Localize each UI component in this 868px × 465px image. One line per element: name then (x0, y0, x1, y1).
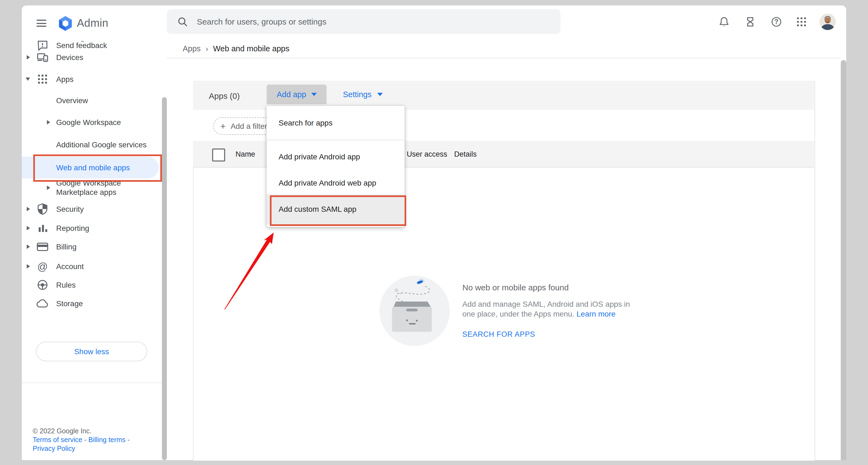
privacy-policy-link[interactable]: Privacy Policy (33, 445, 75, 453)
sidebar-item-label: Google Workspace (56, 118, 121, 127)
expand-right-icon[interactable] (27, 244, 30, 249)
add-filter-button[interactable]: + Add a filter (213, 117, 274, 135)
settings-label: Settings (343, 90, 372, 99)
sidebar-divider (22, 383, 167, 383)
add-app-dropdown-menu: Search for apps Add private Android app … (267, 106, 405, 227)
footer-links-line2: Privacy Policy (33, 445, 75, 453)
sidebar-nav: Devices Apps Overview Google Works (22, 36, 167, 460)
sidebar-item-account[interactable]: @ Account (22, 257, 167, 275)
settings-button[interactable]: Settings (340, 85, 386, 104)
copyright-text: © 2022 Google Inc. (33, 427, 92, 435)
at-sign-icon: @ (36, 260, 49, 272)
google-admin-logo (57, 15, 73, 32)
sidebar-item-overview[interactable]: Overview (22, 91, 167, 110)
sidebar-item-label: Storage (56, 299, 83, 308)
empty-state-illustration (379, 275, 450, 346)
sidebar-item-label: Apps (56, 75, 73, 84)
global-search[interactable] (167, 9, 560, 34)
sidebar-item-label: Account (56, 262, 84, 271)
add-app-label: Add app (277, 90, 306, 99)
sidebar-item-additional-google-services[interactable]: Additional Google services (22, 135, 167, 154)
sidebar-item-label: Send feedback (56, 41, 107, 50)
menu-divider (267, 140, 405, 140)
sidebar-item-reporting[interactable]: Reporting (22, 219, 167, 237)
column-header-name[interactable]: Name (236, 150, 255, 158)
breadcrumb: Apps › Web and mobile apps (183, 43, 289, 54)
search-for-apps-button[interactable]: SEARCH FOR APPS (462, 330, 535, 338)
help-icon[interactable]: ? (771, 17, 782, 27)
devices-icon (36, 51, 49, 63)
sidebar-item-label: Security (56, 205, 84, 213)
plus-icon: + (220, 121, 226, 131)
dropdown-caret-icon (378, 93, 383, 96)
notifications-bell-icon[interactable] (719, 17, 730, 27)
add-filter-label: Add a filter (230, 122, 267, 130)
menu-hamburger-icon[interactable] (36, 20, 46, 27)
learn-more-link[interactable]: Learn more (577, 309, 616, 318)
sidebar-item-apps[interactable]: Apps (22, 70, 167, 88)
expand-right-icon[interactable] (27, 207, 30, 211)
sidebar-item-web-and-mobile-apps[interactable]: Web and mobile apps (22, 158, 167, 177)
breadcrumb-separator-icon: › (206, 44, 208, 53)
account-avatar[interactable] (819, 13, 836, 30)
add-app-button[interactable]: Add app (267, 85, 327, 104)
screenshot-frame: Admin ? (0, 0, 868, 465)
google-apps-grid-icon[interactable] (796, 17, 807, 27)
select-all-checkbox[interactable] (212, 148, 225, 162)
sidebar-item-marketplace-apps[interactable]: Google WorkspaceMarketplace apps (22, 178, 167, 198)
sidebar-item-label: Google WorkspaceMarketplace apps (56, 178, 152, 197)
expand-right-icon[interactable] (47, 185, 50, 190)
credit-card-icon (36, 241, 49, 253)
sidebar-item-google-workspace[interactable]: Google Workspace (22, 113, 167, 132)
page-scrollbar[interactable] (841, 60, 846, 460)
sidebar-item-security[interactable]: Security (22, 200, 167, 218)
sidebar-item-label: Reporting (56, 224, 89, 233)
dropdown-caret-icon (311, 93, 316, 96)
brand-title: Admin (77, 17, 108, 29)
sidebar-item-label: Devices (56, 53, 84, 62)
cloud-icon (36, 297, 49, 310)
sidebar-item-label: Rules (56, 281, 76, 289)
sidebar-item-rules[interactable]: Rules (22, 275, 167, 294)
expand-right-icon[interactable] (27, 226, 30, 230)
help-question-glyph: ? (771, 17, 782, 27)
sidebar-item-billing[interactable]: Billing (22, 237, 167, 256)
admin-console-window: Admin ? (22, 5, 846, 460)
apps-grid-icon (36, 73, 49, 85)
breadcrumb-current-page: Web and mobile apps (213, 44, 289, 53)
empty-state-title: No web or mobile apps found (462, 283, 569, 292)
search-input[interactable] (196, 17, 536, 27)
sidebar-item-label: Billing (56, 242, 76, 251)
header-divider (167, 58, 841, 58)
apps-count-heading: Apps (0) (209, 91, 240, 100)
sort-ascending-icon[interactable]: ↑ (248, 149, 252, 158)
breadcrumb-apps[interactable]: Apps (183, 44, 200, 53)
feedback-icon (36, 39, 49, 51)
collapse-down-icon[interactable] (26, 78, 30, 81)
hourglass-icon[interactable] (745, 17, 756, 27)
bar-chart-icon (36, 222, 49, 234)
empty-state-body: Add and manage SAML, Android and iOS app… (462, 300, 630, 319)
expand-right-icon[interactable] (27, 55, 30, 59)
sidebar-item-label: Web and mobile apps (56, 163, 130, 172)
menu-item-add-private-android-web-app[interactable]: Add private Android web app (267, 170, 416, 196)
steering-wheel-icon (36, 279, 49, 291)
terms-of-service-link[interactable]: Terms of service (33, 436, 82, 444)
expand-right-icon[interactable] (47, 120, 50, 124)
column-header-details[interactable]: Details (454, 150, 477, 158)
menu-item-add-private-android-app[interactable]: Add private Android app (267, 144, 416, 170)
sidebar-item-label: Overview (56, 96, 88, 105)
billing-terms-link[interactable]: Billing terms (88, 436, 125, 444)
sidebar-scrollbar[interactable] (162, 97, 167, 460)
search-icon (178, 17, 188, 26)
shield-icon (36, 203, 49, 215)
show-less-button[interactable]: Show less (36, 342, 147, 361)
expand-right-icon[interactable] (27, 264, 30, 268)
sidebar-item-storage[interactable]: Storage (22, 294, 167, 313)
footer-links-line1: Terms of service - Billing terms - (33, 436, 130, 444)
menu-item-add-custom-saml-app[interactable]: Add custom SAML app (267, 196, 416, 222)
menu-item-search-for-apps[interactable]: Search for apps (267, 110, 416, 136)
sidebar-item-label: Additional Google services (56, 140, 147, 149)
